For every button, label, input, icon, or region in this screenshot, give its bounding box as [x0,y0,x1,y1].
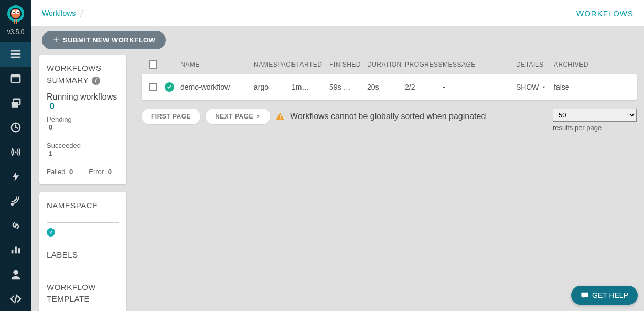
summary-title: WORKFLOWS SUMMARY i [47,62,119,86]
row-checkbox[interactable] [149,83,157,91]
cell-finished: 59s … [329,83,367,91]
left-panel: WORKFLOWS SUMMARY i Running workflows 0 … [39,55,126,311]
divider [47,222,119,223]
workflows-summary-panel: WORKFLOWS SUMMARY i Running workflows 0 … [39,55,126,184]
broadcast-tower-icon [10,146,22,158]
svg-rect-11 [11,57,20,58]
divider [47,272,119,272]
column-message: MESSAGE [443,61,516,68]
clear-namespace-button[interactable]: × [47,228,55,237]
column-started: STARTED [292,61,329,68]
cell-progress: 2/2 [405,83,443,91]
show-details-button[interactable]: SHOW [516,83,546,91]
nav-workflows[interactable] [0,42,31,67]
table-header: NAME NAMESPACE STARTED FINISHED DURATION… [142,55,637,74]
svg-rect-16 [12,102,18,104]
bolt-icon [10,171,22,183]
breadcrumb-workflows[interactable]: Workflows [42,9,76,17]
window-maximize-icon [10,73,22,84]
running-count: 0 [50,102,55,111]
summary-stats: Pending 0 Succeeded 1 Failed 0 Error 0 [47,115,119,176]
sidebar: v3.5.0 [0,0,31,311]
summary-pending: Pending 0 [47,115,72,131]
column-progress: PROGRESS [405,61,443,68]
workflows-table: NAME NAMESPACE STARTED FINISHED DURATION… [142,55,637,124]
column-name: NAME [180,61,254,68]
svg-rect-10 [11,53,20,55]
nav-plugins[interactable] [0,213,31,238]
svg-rect-22 [18,249,20,254]
svg-point-19 [11,203,14,206]
toolbar: SUBMIT NEW WORKFLOW [31,26,644,53]
svg-rect-7 [14,19,15,24]
nav-reports[interactable] [0,238,31,262]
svg-point-5 [13,12,15,13]
cell-message: - [443,83,516,91]
nav-event-flow[interactable] [0,140,31,165]
chart-bar-icon [10,244,22,255]
svg-point-23 [13,270,18,275]
template-filter-label: WORKFLOW TEMPLATE [47,282,119,305]
submit-button-label: SUBMIT NEW WORKFLOW [63,36,155,44]
column-duration: DURATION [367,61,405,68]
svg-point-6 [17,12,19,13]
filters-panel: NAMESPACE × LABELS WORKFLOW TEMPLATE [39,192,126,311]
header: Workflows WORKFLOWS [31,0,644,26]
user-icon [10,269,22,280]
submit-new-workflow-button[interactable]: SUBMIT NEW WORKFLOW [42,31,166,49]
status-succeeded-icon [165,82,174,92]
summary-error: Error 0 [89,168,112,176]
nav-sensors[interactable] [0,164,31,189]
warning-icon [275,112,285,121]
svg-rect-20 [12,250,14,253]
first-page-button[interactable]: FIRST PAGE [142,109,200,124]
column-archived: ARCHIVED [554,61,629,68]
svg-rect-21 [15,247,17,254]
info-icon[interactable]: i [92,77,100,85]
satellite-dish-icon [10,195,22,207]
cell-namespace: argo [254,83,292,91]
breadcrumb-separator [80,9,83,17]
version-label: v3.5.0 [7,28,25,36]
labels-filter-label: LABELS [47,249,119,261]
running-workflows-row: Running workflows 0 [47,92,119,111]
svg-rect-24 [280,115,281,117]
column-namespace: NAMESPACE [254,61,292,68]
svg-rect-25 [280,118,281,119]
per-page-select[interactable]: 50 [553,109,637,122]
namespace-filter-label: NAMESPACE [47,200,119,212]
pagination-warning: Workflows cannot be globally sorted when… [290,112,486,121]
stream-icon [10,48,22,60]
select-all-checkbox[interactable] [149,60,157,69]
svg-point-2 [11,9,20,18]
nav-api-docs[interactable] [0,286,31,311]
summary-succeeded: Succeeded 1 [47,142,81,157]
chat-icon [581,291,589,299]
svg-rect-9 [11,50,20,52]
next-page-button[interactable]: NEXT PAGE [206,109,270,124]
code-icon [10,293,22,305]
argo-logo [5,4,27,26]
results-per-page: 50 results per page [553,109,637,132]
get-help-button[interactable]: GET HELP [571,286,638,305]
nav-user[interactable] [0,262,31,287]
nav-cluster-workflow-templates[interactable] [0,91,31,115]
nav-event-sources[interactable] [0,189,31,213]
page-title: WORKFLOWS [576,9,634,18]
summary-failed: Failed 0 [47,168,73,176]
link-icon [10,220,22,231]
breadcrumb: Workflows [42,8,85,18]
nav-cron-workflows[interactable] [0,115,31,140]
svg-rect-8 [16,19,17,24]
table-row[interactable]: demo-workflow argo 1m… 59s … 20s 2/2 - S… [142,74,637,100]
svg-rect-13 [12,75,20,78]
nav-workflow-templates[interactable] [0,67,31,91]
cell-name: demo-workflow [180,83,254,91]
cell-archived: false [554,83,629,91]
clock-icon [10,122,22,133]
plus-icon [52,36,60,44]
caret-down-icon [541,84,546,90]
column-details: DETAILS [516,61,554,68]
per-page-label: results per page [553,124,637,132]
column-finished: FINISHED [329,61,367,68]
